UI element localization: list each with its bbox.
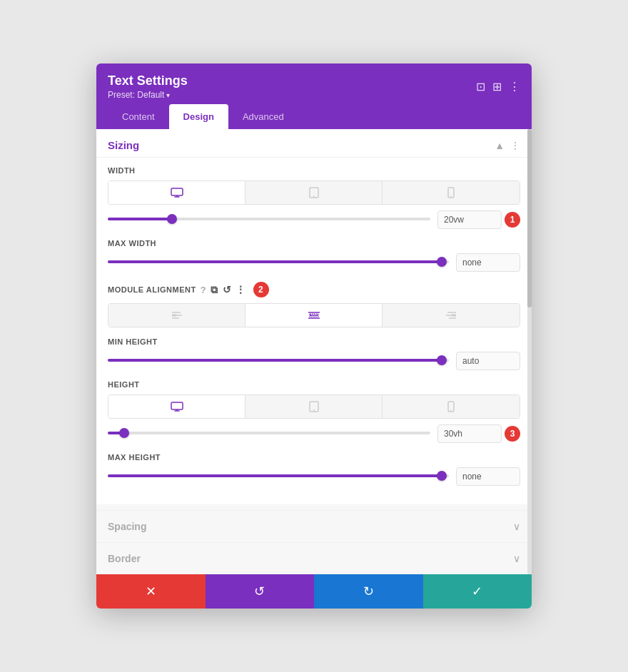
max-width-slider-fill (108, 260, 442, 263)
height-tablet-tab[interactable] (245, 395, 383, 418)
section-header-icons: ▲ ⋮ (495, 140, 520, 151)
width-value-wrapper: 1 (437, 210, 520, 229)
height-slider-row: 3 (108, 424, 520, 443)
min-height-slider[interactable] (108, 359, 449, 363)
module-alignment-label: Module Alignment ? ⧉ ↺ ⋮ 2 (108, 282, 520, 297)
sizing-title: Sizing (108, 139, 139, 151)
height-slider-track (108, 432, 430, 434)
preset-label[interactable]: Preset: Default ▾ (108, 90, 188, 100)
tab-content[interactable]: Content (108, 104, 169, 129)
more-options-icon[interactable]: ⋮ (509, 80, 520, 93)
max-width-slider[interactable] (108, 260, 449, 265)
mobile-icon (447, 187, 455, 198)
cancel-button[interactable]: ✕ (96, 574, 206, 609)
min-height-label: Min Height (108, 337, 520, 346)
height-value-input[interactable] (437, 424, 502, 443)
desktop-icon (171, 188, 183, 198)
save-button[interactable]: ✓ (423, 574, 532, 609)
border-title: Border (108, 553, 141, 564)
header-top: Text Settings Preset: Default ▾ ⊡ ⊞ ⋮ (108, 73, 520, 100)
module-alignment-field: Module Alignment ? ⧉ ↺ ⋮ 2 (108, 282, 520, 327)
height-mobile-tab[interactable] (383, 395, 520, 418)
height-desktop-tab[interactable] (108, 395, 245, 418)
svg-point-26 (450, 409, 452, 411)
border-section[interactable]: Border ∨ (96, 542, 532, 574)
svg-point-24 (313, 409, 315, 411)
min-height-slider-row (108, 352, 520, 370)
header-icons: ⊡ ⊞ ⋮ (476, 80, 520, 93)
scrollbar[interactable] (527, 129, 532, 574)
redo-button[interactable]: ↻ (314, 574, 423, 609)
min-height-slider-thumb[interactable] (437, 355, 447, 365)
modal-footer: ✕ ↺ ↻ ✓ (96, 574, 532, 609)
max-height-slider-track (108, 474, 449, 477)
border-chevron-icon: ∨ (513, 553, 520, 564)
sizing-content: Width (96, 158, 532, 504)
width-mobile-tab[interactable] (383, 181, 520, 204)
max-height-field: Max Height (108, 453, 520, 486)
height-tablet-icon (309, 401, 319, 412)
height-mobile-icon (447, 401, 455, 412)
width-slider-row: 1 (108, 210, 520, 229)
max-width-slider-thumb[interactable] (437, 257, 447, 267)
width-slider-thumb[interactable] (167, 214, 177, 224)
tab-advanced[interactable]: Advanced (228, 104, 298, 129)
split-view-icon[interactable]: ⊞ (492, 80, 502, 93)
align-left-tab[interactable] (108, 304, 245, 327)
height-desktop-icon (171, 402, 183, 412)
width-slider[interactable] (108, 218, 430, 222)
tab-design[interactable]: Design (169, 104, 228, 129)
min-height-field: Min Height (108, 337, 520, 370)
max-width-value-input[interactable] (456, 253, 520, 272)
alignment-reset-icon[interactable]: ↺ (223, 284, 232, 295)
spacing-chevron-icon: ∨ (513, 521, 520, 532)
alignment-badge: 2 (253, 282, 269, 297)
section-divider-1 (96, 504, 532, 510)
sizing-section: Sizing ▲ ⋮ Width (96, 129, 532, 504)
height-device-tabs (108, 394, 520, 419)
spacing-section[interactable]: Spacing ∨ (96, 510, 532, 542)
alignment-help-icon[interactable]: ? (201, 285, 206, 295)
fullscreen-icon[interactable]: ⊡ (476, 80, 485, 93)
width-label: Width (108, 166, 520, 175)
width-value-input[interactable] (437, 210, 502, 229)
width-desktop-tab[interactable] (108, 181, 245, 204)
max-height-value-input[interactable] (456, 467, 520, 486)
modal-title: Text Settings (108, 73, 188, 88)
max-width-label: Max Width (108, 239, 520, 248)
svg-point-6 (450, 195, 452, 197)
max-height-slider[interactable] (108, 474, 449, 479)
modal-tabs: Content Design Advanced (108, 104, 520, 129)
max-height-slider-thumb[interactable] (437, 471, 447, 481)
min-height-value-input[interactable] (456, 352, 520, 370)
alignment-copy-icon[interactable]: ⧉ (211, 284, 218, 296)
max-height-label: Max Height (108, 453, 520, 462)
width-slider-track (108, 218, 430, 220)
height-label: Height (108, 380, 520, 389)
undo-button[interactable]: ↺ (206, 574, 315, 609)
width-field: Width (108, 166, 520, 229)
align-right-tab[interactable] (383, 304, 520, 327)
height-slider[interactable] (108, 432, 430, 436)
max-width-slider-row (108, 253, 520, 272)
height-field: Height (108, 380, 520, 443)
width-device-tabs (108, 180, 520, 205)
alignment-tabs (108, 303, 520, 327)
min-height-slider-track (108, 359, 449, 362)
width-slider-fill (108, 218, 172, 220)
sizing-more-icon[interactable]: ⋮ (510, 140, 520, 151)
sizing-collapse-icon[interactable]: ▲ (495, 140, 505, 151)
svg-point-4 (313, 195, 315, 197)
scrollbar-thumb[interactable] (527, 129, 532, 307)
alignment-more-icon[interactable]: ⋮ (236, 284, 246, 295)
height-slider-thumb[interactable] (119, 428, 129, 438)
align-center-icon (308, 310, 320, 321)
header-left: Text Settings Preset: Default ▾ (108, 73, 188, 100)
min-height-slider-fill (108, 359, 442, 362)
spacing-title: Spacing (108, 521, 146, 532)
width-tablet-tab[interactable] (245, 181, 383, 204)
align-center-tab[interactable] (245, 304, 383, 327)
align-left-icon (171, 310, 183, 321)
height-badge: 3 (505, 426, 520, 442)
max-height-slider-fill (108, 474, 442, 477)
